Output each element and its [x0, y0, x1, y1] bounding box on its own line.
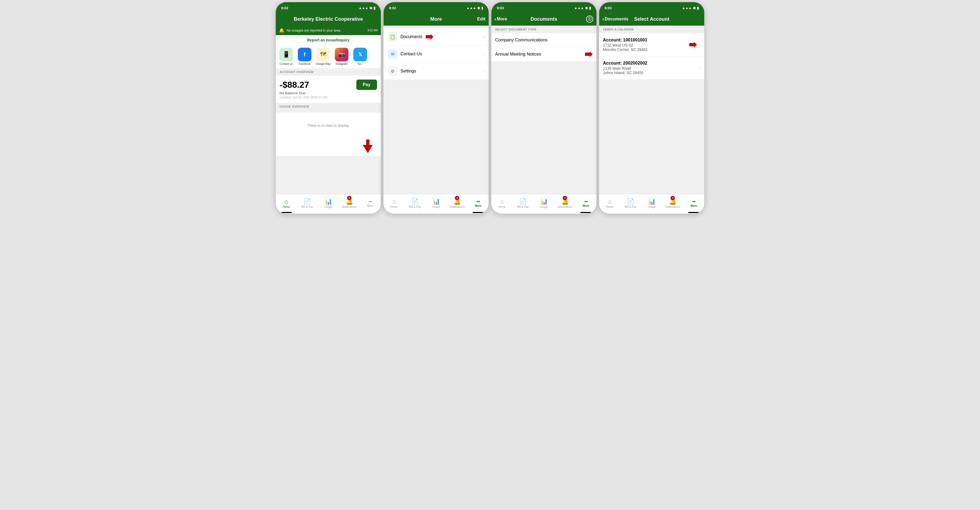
more-tab-icon-4: ••• [692, 200, 695, 204]
home-tab-icon-1: ⌂ [285, 199, 288, 205]
info-btn-3[interactable]: ⓘ [586, 16, 593, 22]
more-tab-label-4: More [690, 204, 697, 207]
signal-icon-2: ▲▲▲ [466, 6, 476, 10]
status-icons-4: ▲▲▲ ⊛ ▮ [682, 6, 699, 10]
home-tab-icon-4: ⌂ [608, 199, 611, 205]
tab-bill-3[interactable]: 📄 Bill & Pay [512, 194, 533, 214]
usage-overview-card: There is no data to display. [276, 113, 381, 156]
usage-tab-label-4: Usage [648, 206, 656, 209]
outagemap-icon: 🗺 [316, 48, 330, 61]
more-tab-label-2: More [475, 204, 481, 207]
home-tab-icon-2: ⌂ [392, 199, 396, 205]
more-tab-icon-1: ••• [369, 200, 372, 204]
account-chevron-1: › [699, 42, 700, 47]
status-bar-4: 9:03 ▲▲▲ ⊛ ▮ [599, 2, 704, 13]
quick-link-instagram[interactable]: 📷 Instagram [334, 48, 350, 65]
notification-banner: 🔔 No outages are reported in your area. … [276, 26, 381, 35]
header-bar-4: ‹ Documents Select Account [599, 13, 704, 26]
back-btn-4[interactable]: ‹ Documents [603, 16, 628, 22]
status-time-4: 9:03 [605, 6, 612, 10]
quick-link-facebook[interactable]: f Facebook [296, 48, 313, 65]
tab-more-2[interactable]: ••• More [468, 194, 488, 214]
tab-home-4[interactable]: ⌂ Home [599, 194, 620, 214]
status-icons-2: ▲▲▲ ⊛ ▮ [466, 6, 483, 10]
tab-home-2[interactable]: ⌂ Home [383, 194, 404, 214]
account-number-1: Account: 1001001001 [603, 38, 648, 43]
tab-notifications-4[interactable]: 🔔 5 Notifications [662, 194, 683, 214]
spacer-2 [383, 26, 488, 28]
tab-usage-2[interactable]: 📊 Usage [425, 194, 447, 214]
quick-link-outagemap[interactable]: 🗺 Outage Map [315, 48, 331, 65]
twitter-icon: 𝕏 [353, 48, 367, 61]
bill-tab-icon-3: 📄 [519, 199, 527, 205]
account-item-1[interactable]: Account: 1001001001 1732 West US-52 Monc… [599, 33, 704, 56]
usage-overview-header: USAGE OVERVIEW [276, 103, 381, 110]
header-edit-btn-2[interactable]: Edit [477, 17, 485, 22]
doc-item-company[interactable]: Company Communications [492, 33, 597, 47]
red-down-arrow-icon [363, 139, 373, 153]
tab-usage-1[interactable]: 📊 Usage [318, 194, 339, 214]
balance-updated: Updated: Oct 14, 2022 09:02:37 AM [280, 96, 377, 99]
balance-status: No Balance Due [280, 91, 377, 95]
usage-tab-icon-2: 📊 [433, 199, 440, 205]
tab-notifications-1[interactable]: 🔔 5 Notifications [339, 194, 360, 214]
usage-tab-icon-4: 📊 [648, 199, 655, 205]
tab-bill-2[interactable]: 📄 Bill & Pay [404, 194, 425, 214]
battery-icon-2: ▮ [481, 6, 483, 10]
notifications-tab-label-1: Notifications [342, 206, 356, 209]
quick-link-contact[interactable]: 📱 Contact us [278, 48, 294, 65]
balance-amount: -$88.27 [280, 80, 309, 90]
menu-item-contact[interactable]: ✉ Contact Us › [383, 46, 488, 63]
tab-usage-3[interactable]: 📊 Usage [533, 194, 554, 214]
tab-bar-4: ⌂ Home 📄 Bill & Pay 📊 Usage 🔔 5 Notifica… [599, 194, 704, 214]
report-link[interactable]: Report an Issue/Inquiry [276, 35, 381, 45]
account-item-2[interactable]: Account: 2002002002 1135 Main Road Johns… [599, 56, 704, 80]
menu-item-settings[interactable]: ⚙ Settings › [383, 63, 488, 80]
doc-item-annual[interactable]: Annual Meeting Notices [492, 47, 597, 62]
tab-more-3[interactable]: ••• More [576, 194, 597, 214]
more-tab-label-1: More [367, 204, 374, 207]
menu-item-documents-left: 📋 Documents [388, 32, 433, 41]
back-btn-3[interactable]: ‹ More [495, 16, 507, 22]
doc-list: Company Communications Annual Meeting No… [492, 33, 597, 62]
screen2-phone: 9:02 ▲▲▲ ⊛ ▮ More Edit 📋 Documents [383, 2, 489, 214]
menu-item-documents[interactable]: 📋 Documents › [383, 28, 488, 46]
header-title-2: More [430, 16, 442, 22]
tab-home-1[interactable]: ⌂ Home [276, 194, 297, 214]
quick-link-twitter[interactable]: 𝕏 Tw... [352, 48, 368, 65]
tab-bill-4[interactable]: 📄 Bill & Pay [620, 194, 641, 214]
back-chevron-4: ‹ [603, 16, 604, 22]
bill-tab-icon-2: 📄 [411, 199, 419, 205]
usage-tab-label-2: Usage [432, 206, 440, 209]
wifi-icon-3: ⊛ [585, 6, 588, 10]
tab-notifications-3[interactable]: 🔔 5 Notifications [555, 194, 576, 214]
more-tab-icon-3: ••• [584, 200, 588, 204]
status-bar-2: 9:02 ▲▲▲ ⊛ ▮ [383, 2, 488, 13]
red-right-arrow-annual [585, 51, 593, 57]
account-section-label: TERRY A CALHOUN [599, 26, 704, 33]
tab-notifications-2[interactable]: 🔔 5 Notifications [447, 194, 468, 214]
screen1-phone: 9:02 ▲▲▲ ⊛ ▮ Berkeley Electric Cooperati… [275, 2, 381, 214]
tab-home-3[interactable]: ⌂ Home [492, 194, 512, 214]
tab-more-4[interactable]: ••• More [683, 194, 704, 214]
status-time-3: 9:03 [497, 6, 504, 10]
account-chevron-2: › [699, 65, 700, 70]
battery-icon-1: ▮ [374, 6, 375, 10]
account-overview-header: ACCOUNT OVERVIEW [276, 68, 381, 76]
account-address-1: 1732 West US-52 [603, 43, 648, 48]
contact-icon: 📱 [279, 48, 293, 61]
signal-icon-1: ▲▲▲ [358, 6, 368, 10]
notifications-badge-4: 5 [670, 196, 675, 200]
tab-more-1[interactable]: ••• More [360, 194, 381, 214]
contact-label: Contact Us [401, 51, 422, 56]
notifications-badge-2: 5 [455, 196, 459, 200]
back-chevron-3: ‹ [495, 16, 496, 22]
pay-button[interactable]: Pay [356, 80, 377, 90]
more-tab-label-3: More [582, 204, 589, 207]
status-bar-3: 9:03 ▲▲▲ ⊛ ▮ [492, 2, 597, 13]
bill-tab-label-2: Bill & Pay [409, 206, 421, 209]
tab-indicator-2 [473, 212, 484, 213]
contact-chevron: › [483, 51, 484, 56]
tab-usage-4[interactable]: 📊 Usage [641, 194, 662, 214]
tab-bill-1[interactable]: 📄 Bill & Pay [297, 194, 318, 214]
